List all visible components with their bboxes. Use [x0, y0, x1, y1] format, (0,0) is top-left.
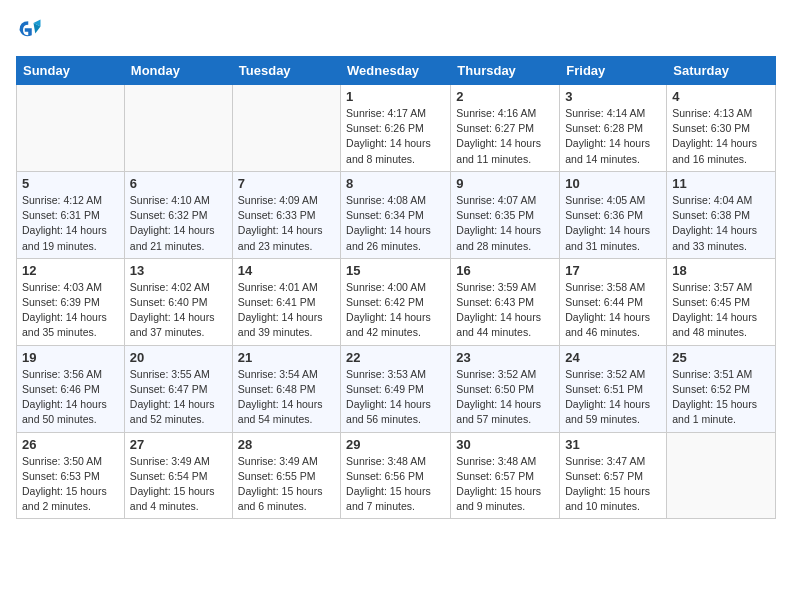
calendar-cell: 17Sunrise: 3:58 AM Sunset: 6:44 PM Dayli… [560, 258, 667, 345]
day-info: Sunrise: 3:59 AM Sunset: 6:43 PM Dayligh… [456, 280, 554, 341]
day-number: 30 [456, 437, 554, 452]
day-info: Sunrise: 3:49 AM Sunset: 6:54 PM Dayligh… [130, 454, 227, 515]
day-number: 29 [346, 437, 445, 452]
page-header [16, 16, 776, 44]
calendar-cell: 22Sunrise: 3:53 AM Sunset: 6:49 PM Dayli… [341, 345, 451, 432]
calendar-cell: 27Sunrise: 3:49 AM Sunset: 6:54 PM Dayli… [124, 432, 232, 519]
day-info: Sunrise: 4:09 AM Sunset: 6:33 PM Dayligh… [238, 193, 335, 254]
day-number: 13 [130, 263, 227, 278]
day-info: Sunrise: 4:13 AM Sunset: 6:30 PM Dayligh… [672, 106, 770, 167]
calendar-cell: 15Sunrise: 4:00 AM Sunset: 6:42 PM Dayli… [341, 258, 451, 345]
calendar-cell: 19Sunrise: 3:56 AM Sunset: 6:46 PM Dayli… [17, 345, 125, 432]
day-info: Sunrise: 4:00 AM Sunset: 6:42 PM Dayligh… [346, 280, 445, 341]
calendar-cell: 20Sunrise: 3:55 AM Sunset: 6:47 PM Dayli… [124, 345, 232, 432]
day-number: 19 [22, 350, 119, 365]
day-info: Sunrise: 4:07 AM Sunset: 6:35 PM Dayligh… [456, 193, 554, 254]
calendar-cell: 11Sunrise: 4:04 AM Sunset: 6:38 PM Dayli… [667, 171, 776, 258]
day-info: Sunrise: 4:05 AM Sunset: 6:36 PM Dayligh… [565, 193, 661, 254]
calendar-cell [667, 432, 776, 519]
calendar-cell: 8Sunrise: 4:08 AM Sunset: 6:34 PM Daylig… [341, 171, 451, 258]
day-info: Sunrise: 3:56 AM Sunset: 6:46 PM Dayligh… [22, 367, 119, 428]
calendar-table: SundayMondayTuesdayWednesdayThursdayFrid… [16, 56, 776, 519]
calendar-cell: 18Sunrise: 3:57 AM Sunset: 6:45 PM Dayli… [667, 258, 776, 345]
column-header-thursday: Thursday [451, 57, 560, 85]
day-number: 7 [238, 176, 335, 191]
calendar-cell: 9Sunrise: 4:07 AM Sunset: 6:35 PM Daylig… [451, 171, 560, 258]
day-number: 20 [130, 350, 227, 365]
day-info: Sunrise: 3:54 AM Sunset: 6:48 PM Dayligh… [238, 367, 335, 428]
column-header-friday: Friday [560, 57, 667, 85]
day-number: 24 [565, 350, 661, 365]
day-info: Sunrise: 4:14 AM Sunset: 6:28 PM Dayligh… [565, 106, 661, 167]
calendar-cell: 12Sunrise: 4:03 AM Sunset: 6:39 PM Dayli… [17, 258, 125, 345]
calendar-week-row: 1Sunrise: 4:17 AM Sunset: 6:26 PM Daylig… [17, 85, 776, 172]
calendar-cell: 30Sunrise: 3:48 AM Sunset: 6:57 PM Dayli… [451, 432, 560, 519]
day-info: Sunrise: 4:03 AM Sunset: 6:39 PM Dayligh… [22, 280, 119, 341]
day-number: 16 [456, 263, 554, 278]
calendar-cell: 13Sunrise: 4:02 AM Sunset: 6:40 PM Dayli… [124, 258, 232, 345]
day-info: Sunrise: 3:48 AM Sunset: 6:56 PM Dayligh… [346, 454, 445, 515]
calendar-cell: 26Sunrise: 3:50 AM Sunset: 6:53 PM Dayli… [17, 432, 125, 519]
calendar-cell [124, 85, 232, 172]
day-number: 27 [130, 437, 227, 452]
calendar-cell [232, 85, 340, 172]
day-number: 26 [22, 437, 119, 452]
calendar-cell: 5Sunrise: 4:12 AM Sunset: 6:31 PM Daylig… [17, 171, 125, 258]
day-info: Sunrise: 3:53 AM Sunset: 6:49 PM Dayligh… [346, 367, 445, 428]
day-number: 12 [22, 263, 119, 278]
day-number: 28 [238, 437, 335, 452]
calendar-cell: 24Sunrise: 3:52 AM Sunset: 6:51 PM Dayli… [560, 345, 667, 432]
calendar-week-row: 5Sunrise: 4:12 AM Sunset: 6:31 PM Daylig… [17, 171, 776, 258]
day-number: 15 [346, 263, 445, 278]
day-number: 9 [456, 176, 554, 191]
day-info: Sunrise: 3:52 AM Sunset: 6:50 PM Dayligh… [456, 367, 554, 428]
day-info: Sunrise: 4:04 AM Sunset: 6:38 PM Dayligh… [672, 193, 770, 254]
day-number: 10 [565, 176, 661, 191]
day-info: Sunrise: 4:17 AM Sunset: 6:26 PM Dayligh… [346, 106, 445, 167]
calendar-week-row: 12Sunrise: 4:03 AM Sunset: 6:39 PM Dayli… [17, 258, 776, 345]
day-number: 5 [22, 176, 119, 191]
calendar-week-row: 19Sunrise: 3:56 AM Sunset: 6:46 PM Dayli… [17, 345, 776, 432]
column-header-monday: Monday [124, 57, 232, 85]
calendar-cell: 23Sunrise: 3:52 AM Sunset: 6:50 PM Dayli… [451, 345, 560, 432]
calendar-header-row: SundayMondayTuesdayWednesdayThursdayFrid… [17, 57, 776, 85]
calendar-cell: 14Sunrise: 4:01 AM Sunset: 6:41 PM Dayli… [232, 258, 340, 345]
day-info: Sunrise: 3:57 AM Sunset: 6:45 PM Dayligh… [672, 280, 770, 341]
logo [16, 16, 48, 44]
calendar-cell: 1Sunrise: 4:17 AM Sunset: 6:26 PM Daylig… [341, 85, 451, 172]
day-number: 6 [130, 176, 227, 191]
logo-icon [16, 16, 44, 44]
day-number: 4 [672, 89, 770, 104]
calendar-cell: 2Sunrise: 4:16 AM Sunset: 6:27 PM Daylig… [451, 85, 560, 172]
day-number: 8 [346, 176, 445, 191]
day-number: 1 [346, 89, 445, 104]
calendar-cell: 3Sunrise: 4:14 AM Sunset: 6:28 PM Daylig… [560, 85, 667, 172]
calendar-cell: 6Sunrise: 4:10 AM Sunset: 6:32 PM Daylig… [124, 171, 232, 258]
day-info: Sunrise: 4:02 AM Sunset: 6:40 PM Dayligh… [130, 280, 227, 341]
day-number: 22 [346, 350, 445, 365]
calendar-cell: 25Sunrise: 3:51 AM Sunset: 6:52 PM Dayli… [667, 345, 776, 432]
day-info: Sunrise: 3:50 AM Sunset: 6:53 PM Dayligh… [22, 454, 119, 515]
day-info: Sunrise: 3:51 AM Sunset: 6:52 PM Dayligh… [672, 367, 770, 428]
column-header-saturday: Saturday [667, 57, 776, 85]
day-number: 2 [456, 89, 554, 104]
day-number: 25 [672, 350, 770, 365]
day-number: 14 [238, 263, 335, 278]
calendar-cell: 29Sunrise: 3:48 AM Sunset: 6:56 PM Dayli… [341, 432, 451, 519]
calendar-cell: 16Sunrise: 3:59 AM Sunset: 6:43 PM Dayli… [451, 258, 560, 345]
day-number: 11 [672, 176, 770, 191]
calendar-cell: 7Sunrise: 4:09 AM Sunset: 6:33 PM Daylig… [232, 171, 340, 258]
day-number: 23 [456, 350, 554, 365]
day-info: Sunrise: 4:01 AM Sunset: 6:41 PM Dayligh… [238, 280, 335, 341]
day-info: Sunrise: 3:58 AM Sunset: 6:44 PM Dayligh… [565, 280, 661, 341]
day-info: Sunrise: 4:08 AM Sunset: 6:34 PM Dayligh… [346, 193, 445, 254]
day-info: Sunrise: 3:55 AM Sunset: 6:47 PM Dayligh… [130, 367, 227, 428]
day-info: Sunrise: 3:52 AM Sunset: 6:51 PM Dayligh… [565, 367, 661, 428]
column-header-tuesday: Tuesday [232, 57, 340, 85]
day-number: 31 [565, 437, 661, 452]
column-header-sunday: Sunday [17, 57, 125, 85]
day-info: Sunrise: 3:48 AM Sunset: 6:57 PM Dayligh… [456, 454, 554, 515]
column-header-wednesday: Wednesday [341, 57, 451, 85]
day-number: 18 [672, 263, 770, 278]
calendar-cell: 28Sunrise: 3:49 AM Sunset: 6:55 PM Dayli… [232, 432, 340, 519]
